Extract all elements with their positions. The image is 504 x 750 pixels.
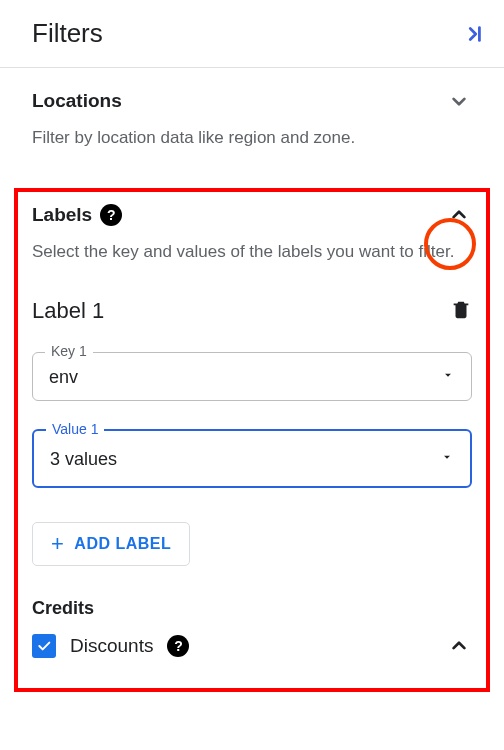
filters-header: Filters bbox=[0, 0, 504, 68]
credits-row: Discounts ? bbox=[32, 633, 472, 659]
help-icon[interactable]: ? bbox=[100, 204, 122, 226]
locations-header[interactable]: Locations bbox=[32, 88, 472, 114]
collapse-panel-icon[interactable] bbox=[462, 23, 484, 45]
key-field-label: Key 1 bbox=[45, 343, 93, 359]
discounts-label: Discounts bbox=[70, 635, 153, 657]
labels-section: Labels ? Select the key and values of th… bbox=[0, 162, 504, 578]
key-dropdown[interactable]: Key 1 env bbox=[32, 352, 472, 401]
locations-description: Filter by location data like region and … bbox=[32, 126, 472, 150]
help-icon[interactable]: ? bbox=[167, 635, 189, 657]
value-field-label: Value 1 bbox=[46, 421, 104, 437]
value-field-value: 3 values bbox=[50, 449, 117, 470]
chevron-down-icon[interactable] bbox=[446, 88, 472, 114]
dropdown-arrow-icon bbox=[441, 368, 455, 386]
labels-header[interactable]: Labels ? bbox=[32, 202, 472, 228]
labels-title: Labels ? bbox=[32, 204, 122, 226]
add-label-text: ADD LABEL bbox=[74, 535, 171, 553]
credits-section: Credits Discounts ? bbox=[0, 578, 504, 659]
chevron-up-icon[interactable] bbox=[446, 633, 472, 659]
credits-option: Discounts ? bbox=[32, 634, 189, 658]
value-dropdown[interactable]: Value 1 3 values bbox=[32, 429, 472, 488]
plus-icon: + bbox=[51, 533, 64, 555]
label-block-header: Label 1 bbox=[32, 298, 472, 324]
chevron-up-icon[interactable] bbox=[446, 202, 472, 228]
label-block-title: Label 1 bbox=[32, 298, 104, 324]
locations-section: Locations Filter by location data like r… bbox=[0, 68, 504, 162]
credits-title: Credits bbox=[32, 598, 472, 619]
dropdown-arrow-icon bbox=[440, 450, 454, 468]
page-title: Filters bbox=[32, 18, 103, 49]
locations-title: Locations bbox=[32, 90, 122, 112]
add-label-button[interactable]: + ADD LABEL bbox=[32, 522, 190, 566]
labels-description: Select the key and values of the labels … bbox=[32, 240, 472, 264]
discounts-checkbox[interactable] bbox=[32, 634, 56, 658]
delete-label-icon[interactable] bbox=[450, 298, 472, 324]
labels-title-text: Labels bbox=[32, 204, 92, 226]
key-field-value: env bbox=[49, 367, 78, 388]
